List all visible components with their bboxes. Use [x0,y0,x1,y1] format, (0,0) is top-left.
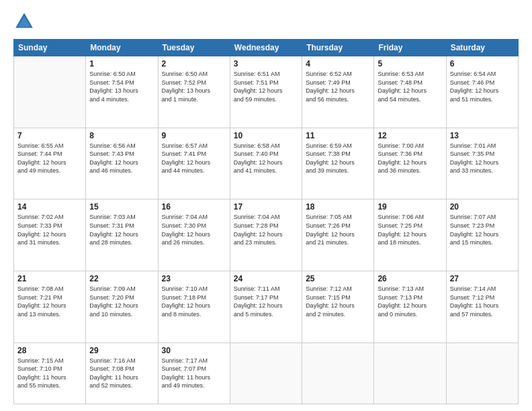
calendar-cell: 15Sunrise: 7:03 AM Sunset: 7:31 PM Dayli… [86,199,158,271]
calendar-cell: 4Sunrise: 6:52 AM Sunset: 7:49 PM Daylig… [302,56,374,128]
calendar-cell: 30Sunrise: 7:17 AM Sunset: 7:07 PM Dayli… [158,342,230,404]
calendar-cell: 20Sunrise: 7:07 AM Sunset: 7:23 PM Dayli… [446,199,518,271]
day-info: Sunrise: 6:55 AM Sunset: 7:44 PM Dayligh… [17,142,82,175]
day-info: Sunrise: 7:05 AM Sunset: 7:26 PM Dayligh… [306,213,370,246]
day-info: Sunrise: 7:10 AM Sunset: 7:18 PM Dayligh… [162,285,226,318]
calendar-cell: 14Sunrise: 7:02 AM Sunset: 7:33 PM Dayli… [14,199,86,271]
day-info: Sunrise: 7:01 AM Sunset: 7:35 PM Dayligh… [450,142,515,175]
calendar-week-row: 1Sunrise: 6:50 AM Sunset: 7:54 PM Daylig… [14,56,519,128]
calendar-cell [302,342,374,404]
day-info: Sunrise: 6:50 AM Sunset: 7:54 PM Dayligh… [89,70,154,103]
calendar-cell: 8Sunrise: 6:56 AM Sunset: 7:43 PM Daylig… [86,128,158,199]
day-number: 7 [17,131,82,140]
day-number: 10 [234,131,298,140]
day-number: 26 [378,274,442,283]
calendar: SundayMondayTuesdayWednesdayThursdayFrid… [13,39,519,404]
day-number: 3 [234,59,298,68]
day-number: 16 [162,202,226,212]
day-info: Sunrise: 7:14 AM Sunset: 7:12 PM Dayligh… [450,285,515,318]
day-info: Sunrise: 6:51 AM Sunset: 7:51 PM Dayligh… [234,70,298,103]
calendar-cell: 13Sunrise: 7:01 AM Sunset: 7:35 PM Dayli… [446,128,518,199]
day-info: Sunrise: 6:52 AM Sunset: 7:49 PM Dayligh… [306,70,370,103]
calendar-header-row: SundayMondayTuesdayWednesdayThursdayFrid… [14,40,519,56]
day-number: 9 [162,131,226,140]
page: SundayMondayTuesdayWednesdayThursdayFrid… [0,0,532,411]
day-info: Sunrise: 7:02 AM Sunset: 7:33 PM Dayligh… [17,213,82,246]
day-info: Sunrise: 7:00 AM Sunset: 7:36 PM Dayligh… [378,142,442,175]
calendar-week-row: 14Sunrise: 7:02 AM Sunset: 7:33 PM Dayli… [14,199,519,271]
calendar-cell: 16Sunrise: 7:04 AM Sunset: 7:30 PM Dayli… [158,199,230,271]
weekday-header-tuesday: Tuesday [158,40,230,56]
weekday-header-sunday: Sunday [14,40,86,56]
day-number: 11 [306,131,370,140]
day-info: Sunrise: 7:16 AM Sunset: 7:08 PM Dayligh… [89,357,154,390]
day-number: 19 [378,202,442,212]
logo [13,11,38,32]
calendar-cell [446,342,518,404]
day-info: Sunrise: 7:15 AM Sunset: 7:10 PM Dayligh… [17,357,82,390]
day-number: 21 [17,274,82,283]
day-number: 20 [450,202,515,212]
weekday-header-saturday: Saturday [446,40,518,56]
day-info: Sunrise: 7:11 AM Sunset: 7:17 PM Dayligh… [234,285,298,318]
day-info: Sunrise: 7:04 AM Sunset: 7:30 PM Dayligh… [162,213,226,246]
day-info: Sunrise: 7:12 AM Sunset: 7:15 PM Dayligh… [306,285,370,318]
day-info: Sunrise: 6:53 AM Sunset: 7:48 PM Dayligh… [378,70,442,103]
day-number: 13 [450,131,515,140]
day-number: 27 [450,274,515,283]
calendar-cell: 7Sunrise: 6:55 AM Sunset: 7:44 PM Daylig… [14,128,86,199]
calendar-cell [230,342,302,404]
day-info: Sunrise: 6:56 AM Sunset: 7:43 PM Dayligh… [89,142,154,175]
day-info: Sunrise: 7:06 AM Sunset: 7:25 PM Dayligh… [378,213,442,246]
calendar-cell: 23Sunrise: 7:10 AM Sunset: 7:18 PM Dayli… [158,271,230,342]
calendar-cell: 18Sunrise: 7:05 AM Sunset: 7:26 PM Dayli… [302,199,374,271]
calendar-week-row: 28Sunrise: 7:15 AM Sunset: 7:10 PM Dayli… [14,342,519,404]
day-number: 23 [162,274,226,283]
calendar-cell [14,56,86,128]
calendar-cell: 10Sunrise: 6:58 AM Sunset: 7:40 PM Dayli… [230,128,302,199]
day-info: Sunrise: 7:07 AM Sunset: 7:23 PM Dayligh… [450,213,515,246]
calendar-cell: 28Sunrise: 7:15 AM Sunset: 7:10 PM Dayli… [14,342,86,404]
day-info: Sunrise: 6:50 AM Sunset: 7:52 PM Dayligh… [162,70,226,103]
day-number: 8 [89,131,154,140]
day-number: 22 [89,274,154,283]
day-info: Sunrise: 7:13 AM Sunset: 7:13 PM Dayligh… [378,285,442,318]
day-number: 2 [162,59,226,68]
calendar-cell: 9Sunrise: 6:57 AM Sunset: 7:41 PM Daylig… [158,128,230,199]
calendar-cell [374,342,446,404]
day-number: 24 [234,274,298,283]
day-number: 12 [378,131,442,140]
calendar-cell: 29Sunrise: 7:16 AM Sunset: 7:08 PM Dayli… [86,342,158,404]
day-info: Sunrise: 7:08 AM Sunset: 7:21 PM Dayligh… [17,285,82,318]
day-info: Sunrise: 7:04 AM Sunset: 7:28 PM Dayligh… [234,213,298,246]
calendar-week-row: 21Sunrise: 7:08 AM Sunset: 7:21 PM Dayli… [14,271,519,342]
calendar-cell: 21Sunrise: 7:08 AM Sunset: 7:21 PM Dayli… [14,271,86,342]
calendar-cell: 19Sunrise: 7:06 AM Sunset: 7:25 PM Dayli… [374,199,446,271]
day-number: 18 [306,202,370,212]
calendar-cell: 17Sunrise: 7:04 AM Sunset: 7:28 PM Dayli… [230,199,302,271]
day-info: Sunrise: 6:59 AM Sunset: 7:38 PM Dayligh… [306,142,370,175]
weekday-header-monday: Monday [86,40,158,56]
day-number: 1 [89,59,154,68]
calendar-cell: 12Sunrise: 7:00 AM Sunset: 7:36 PM Dayli… [374,128,446,199]
header [13,11,519,32]
weekday-header-friday: Friday [374,40,446,56]
calendar-cell: 22Sunrise: 7:09 AM Sunset: 7:20 PM Dayli… [86,271,158,342]
day-info: Sunrise: 6:54 AM Sunset: 7:46 PM Dayligh… [450,70,515,103]
day-info: Sunrise: 6:57 AM Sunset: 7:41 PM Dayligh… [162,142,226,175]
calendar-cell: 1Sunrise: 6:50 AM Sunset: 7:54 PM Daylig… [86,56,158,128]
day-info: Sunrise: 7:09 AM Sunset: 7:20 PM Dayligh… [89,285,154,318]
day-number: 4 [306,59,370,68]
day-number: 6 [450,59,515,68]
calendar-week-row: 7Sunrise: 6:55 AM Sunset: 7:44 PM Daylig… [14,128,519,199]
day-info: Sunrise: 6:58 AM Sunset: 7:40 PM Dayligh… [234,142,298,175]
day-number: 28 [17,346,82,355]
day-info: Sunrise: 7:03 AM Sunset: 7:31 PM Dayligh… [89,213,154,246]
day-number: 5 [378,59,442,68]
weekday-header-thursday: Thursday [302,40,374,56]
day-number: 14 [17,202,82,212]
calendar-cell: 2Sunrise: 6:50 AM Sunset: 7:52 PM Daylig… [158,56,230,128]
day-number: 17 [234,202,298,212]
calendar-cell: 24Sunrise: 7:11 AM Sunset: 7:17 PM Dayli… [230,271,302,342]
calendar-cell: 3Sunrise: 6:51 AM Sunset: 7:51 PM Daylig… [230,56,302,128]
